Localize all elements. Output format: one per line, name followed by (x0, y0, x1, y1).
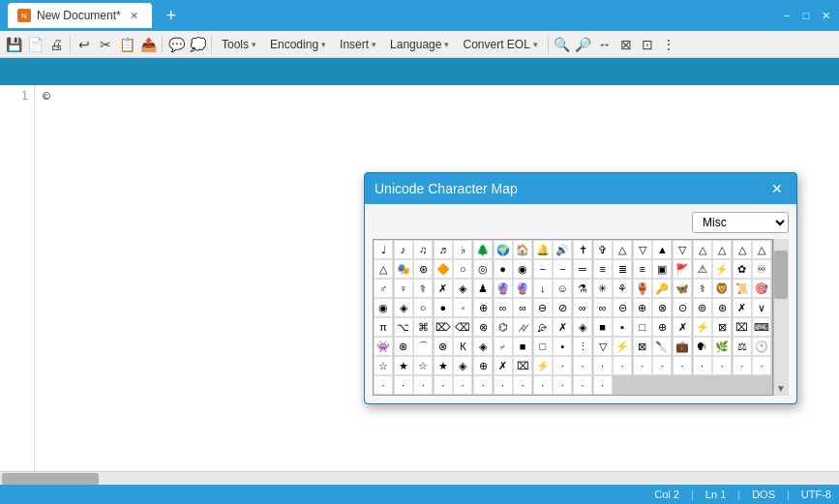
char-cell[interactable]: ✗ (553, 317, 572, 337)
char-cell[interactable]: ⌧ (513, 356, 532, 375)
char-cell[interactable]: · (752, 356, 771, 375)
char-cell[interactable]: ⚡ (613, 337, 632, 356)
char-cell[interactable]: ▽ (673, 240, 692, 259)
char-cell[interactable]: · (652, 356, 672, 375)
char-cell[interactable]: ⌬ (494, 317, 513, 337)
close-window-button[interactable]: ✕ (820, 10, 831, 21)
char-cell[interactable]: · (394, 375, 413, 395)
char-cell[interactable]: ♩ (374, 240, 393, 259)
scroll-thumb[interactable] (2, 473, 99, 485)
char-cell[interactable]: ◦ (453, 298, 472, 317)
add-tab-button[interactable]: + (160, 4, 183, 27)
char-cell[interactable]: ↓ (533, 279, 553, 298)
tab-close-button[interactable]: ✕ (127, 8, 142, 23)
char-cell[interactable]: ⌫ (453, 317, 472, 337)
char-cell[interactable]: ∞ (494, 298, 513, 317)
char-cell[interactable]: · (453, 375, 472, 395)
char-cell[interactable]: ∨ (752, 298, 771, 317)
char-cell[interactable]: ◎ (473, 259, 493, 279)
category-select[interactable]: Misc Latin Greek Cyrillic Arabic Hebrew … (692, 212, 789, 233)
char-cell[interactable]: ♂ (374, 279, 393, 298)
expand2-icon[interactable]: ⊡ (638, 35, 657, 54)
char-cell[interactable]: ═ (573, 259, 592, 279)
char-cell[interactable]: ⚡ (693, 317, 712, 337)
char-cell[interactable]: ▣ (652, 259, 672, 279)
char-cell[interactable]: ○ (413, 298, 433, 317)
char-cell[interactable]: ⊕ (633, 298, 652, 317)
char-cell[interactable]: · (573, 375, 592, 395)
char-cell[interactable]: 👾 (374, 337, 393, 356)
char-cell[interactable]: · (673, 356, 692, 375)
char-cell[interactable]: ▽ (633, 240, 652, 259)
char-cell[interactable]: ⚘ (613, 279, 632, 298)
char-cell[interactable]: ◈ (453, 356, 472, 375)
char-cell[interactable]: 🏠 (513, 240, 532, 259)
char-cell[interactable]: ∞ (593, 298, 613, 317)
more-icon[interactable]: ⋮ (659, 35, 678, 54)
char-cell[interactable]: 🦁 (712, 279, 732, 298)
char-cell[interactable]: ⚕ (693, 279, 712, 298)
language-menu[interactable]: Language ▾ (384, 35, 455, 54)
char-cell[interactable]: π (374, 317, 393, 337)
paste-icon[interactable]: 📤 (138, 35, 158, 54)
char-cell[interactable]: ◈ (394, 298, 413, 317)
char-cell[interactable]: ≣ (613, 259, 632, 279)
char-cell[interactable]: ⊗ (394, 337, 413, 356)
char-cell[interactable]: □ (533, 337, 553, 356)
char-cell[interactable]: ▲ (652, 240, 672, 259)
char-cell[interactable]: · (712, 356, 732, 375)
char-cell[interactable]: · (434, 375, 453, 395)
char-cell[interactable]: ◉ (513, 259, 532, 279)
char-cell[interactable]: 🔊 (553, 240, 572, 259)
copy-icon[interactable]: 📋 (117, 35, 136, 54)
minimize-button[interactable]: − (781, 10, 793, 21)
scroll-thumb-v[interactable] (774, 251, 788, 299)
char-cell[interactable]: ⊛ (712, 298, 732, 317)
insert-menu[interactable]: Insert ▾ (334, 35, 382, 54)
char-cell[interactable]: 🚩 (673, 259, 692, 279)
char-cell[interactable]: ⋮ (573, 337, 592, 356)
char-cell[interactable]: 📜 (733, 279, 752, 298)
char-cell[interactable]: ⚖ (733, 337, 752, 356)
char-cell[interactable]: − (553, 259, 572, 279)
char-cell[interactable]: ⌒ (413, 337, 433, 356)
char-cell[interactable]: 🦋 (673, 279, 692, 298)
char-cell[interactable]: ⚠ (693, 259, 712, 279)
char-cell[interactable]: − (533, 259, 553, 279)
char-cell[interactable]: ⊚ (693, 298, 712, 317)
char-cell[interactable]: ◈ (453, 279, 472, 298)
char-cell[interactable]: · (613, 356, 632, 375)
char-cell[interactable]: 🔮 (513, 279, 532, 298)
char-cell[interactable]: · (693, 356, 712, 375)
char-cell[interactable]: ⊕ (473, 356, 493, 375)
undo-icon[interactable]: ↩ (75, 35, 94, 54)
char-cell[interactable]: ◈ (573, 317, 592, 337)
char-cell[interactable]: ⌧ (733, 317, 752, 337)
char-cell[interactable]: · (513, 375, 532, 395)
char-cell[interactable]: ■ (593, 317, 613, 337)
char-cell[interactable]: ⊖ (533, 298, 553, 317)
char-cell[interactable]: ▪ (553, 337, 572, 356)
char-cell[interactable]: ⊕ (652, 317, 672, 337)
char-cell[interactable]: ⌘ (413, 317, 433, 337)
char-cell[interactable]: △ (752, 240, 771, 259)
char-cell[interactable]: · (374, 375, 393, 395)
char-cell[interactable]: · (733, 356, 752, 375)
char-cell[interactable]: ⊝ (613, 298, 632, 317)
char-cell[interactable]: · (494, 375, 513, 395)
char-cell[interactable]: · (593, 356, 613, 375)
char-cell[interactable]: □ (633, 317, 652, 337)
char-cell[interactable]: 🔪 (652, 337, 672, 356)
char-cell[interactable]: ▪ (613, 317, 632, 337)
char-cell[interactable]: ◉ (374, 298, 393, 317)
char-cell[interactable]: 🔔 (533, 240, 553, 259)
sync-icon[interactable]: ↔ (595, 35, 614, 54)
char-cell[interactable]: ♀ (394, 279, 413, 298)
char-cell[interactable]: ⚗ (573, 279, 592, 298)
char-cell[interactable]: 🎯 (752, 279, 771, 298)
char-cell[interactable]: · (553, 375, 572, 395)
char-cell[interactable]: 🔑 (652, 279, 672, 298)
char-cell[interactable]: ♪ (394, 240, 413, 259)
char-cell[interactable]: △ (374, 259, 393, 279)
scroll-down-arrow[interactable]: ▼ (776, 383, 786, 394)
